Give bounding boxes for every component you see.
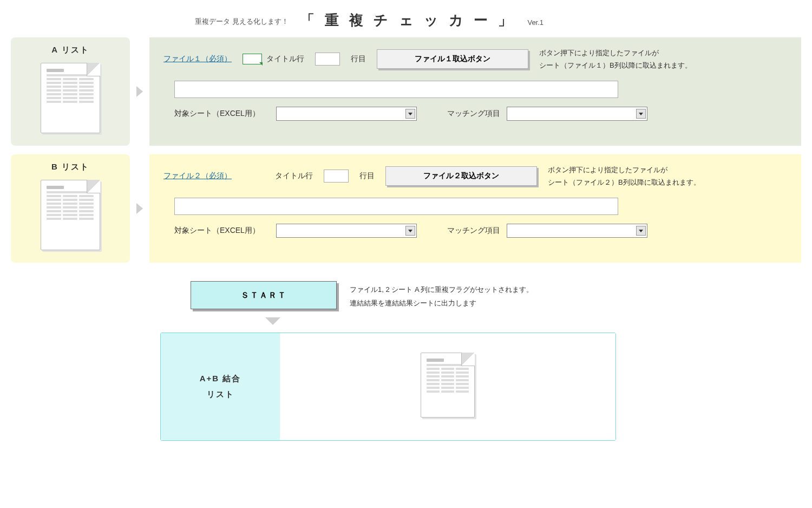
section-a-panel: ファイル１（必須） タイトル行 行目 ファイル１取込ボタン ボタン押下により指定… bbox=[149, 37, 801, 146]
result-title-line1: A+B 結合 bbox=[200, 374, 241, 384]
result-title-line2: リスト bbox=[207, 389, 234, 400]
file1-row-input[interactable] bbox=[315, 53, 340, 66]
file2-hint: ボタン押下により指定したファイルが シート（ファイル２）B列以降に取込まれます。 bbox=[548, 164, 700, 189]
file1-hint-line2: シート（ファイル１）B列以降に取込まれます。 bbox=[539, 59, 692, 71]
result-panel: A+B 結合 リスト bbox=[160, 333, 616, 441]
file2-target-sheet-select[interactable] bbox=[276, 224, 417, 238]
document-icon bbox=[421, 353, 475, 418]
file1-target-sheet-select[interactable] bbox=[276, 107, 417, 121]
section-b-panel: ファイル２（必須） タイトル行 行目 ファイル２取込ボタン ボタン押下により指定… bbox=[149, 154, 801, 263]
document-icon bbox=[41, 63, 100, 133]
document-icon bbox=[41, 180, 100, 250]
file1-title-row-label: タイトル行 bbox=[266, 54, 304, 64]
file1-path-input[interactable] bbox=[174, 81, 618, 98]
file1-target-sheet-label: 対象シート（EXCEL用） bbox=[174, 109, 260, 119]
file2-matching-select[interactable] bbox=[507, 224, 647, 238]
chevron-down-icon bbox=[636, 226, 646, 236]
section-a-title: A リスト bbox=[51, 45, 89, 55]
arrow-right-icon bbox=[130, 37, 149, 146]
file1-title-row-checkbox[interactable] bbox=[243, 54, 262, 64]
file2-hint-line1: ボタン押下により指定したファイルが bbox=[548, 164, 700, 176]
file2-target-sheet-label: 対象シート（EXCEL用） bbox=[174, 226, 260, 236]
start-hint-line2: 連結結果を連結結果シートに出力します bbox=[350, 297, 533, 310]
file2-matching-label: マッチング項目 bbox=[447, 226, 500, 236]
file1-hint: ボタン押下により指定したファイルが シート（ファイル１）B列以降に取込まれます。 bbox=[539, 47, 692, 72]
section-a-tag: A リスト bbox=[11, 37, 130, 146]
start-button[interactable]: ＳＴＡＲＴ bbox=[191, 281, 337, 309]
start-hint-line1: ファイル1, 2 シート A 列に重複フラグがセットされます。 bbox=[350, 283, 533, 297]
file2-hint-line2: シート（ファイル２）B列以降に取込まれます。 bbox=[548, 176, 700, 188]
file1-row-suffix: 行目 bbox=[351, 54, 366, 64]
file2-row-suffix: 行目 bbox=[359, 171, 375, 181]
file2-row-input[interactable] bbox=[324, 170, 349, 183]
file1-link[interactable]: ファイル１（必須） bbox=[163, 54, 232, 64]
file2-import-button[interactable]: ファイル２取込ボタン bbox=[385, 166, 537, 186]
result-tag: A+B 結合 リスト bbox=[161, 333, 280, 440]
chevron-down-icon bbox=[405, 226, 415, 236]
app-title: 「 重 複 チ ェ ッ カ ー 」 bbox=[300, 11, 516, 30]
file1-matching-label: マッチング項目 bbox=[447, 109, 500, 119]
start-hint: ファイル1, 2 シート A 列に重複フラグがセットされます。 連結結果を連結結… bbox=[350, 281, 533, 310]
section-b-tag: B リスト bbox=[11, 154, 130, 263]
file2-title-row-label: タイトル行 bbox=[275, 171, 313, 181]
app-subtitle: 重複データ 見える化します！ bbox=[195, 17, 289, 30]
chevron-down-icon bbox=[636, 109, 646, 119]
file1-hint-line1: ボタン押下により指定したファイルが bbox=[539, 47, 692, 59]
arrow-down-icon bbox=[265, 317, 801, 325]
file1-matching-select[interactable] bbox=[507, 107, 647, 121]
file2-link[interactable]: ファイル２（必須） bbox=[163, 171, 232, 181]
file1-import-button[interactable]: ファイル１取込ボタン bbox=[377, 49, 528, 69]
app-version: Ver.1 bbox=[527, 18, 543, 30]
section-b-title: B リスト bbox=[51, 162, 89, 172]
chevron-down-icon bbox=[405, 109, 415, 119]
file2-path-input[interactable] bbox=[174, 198, 618, 215]
arrow-right-icon bbox=[130, 154, 149, 263]
